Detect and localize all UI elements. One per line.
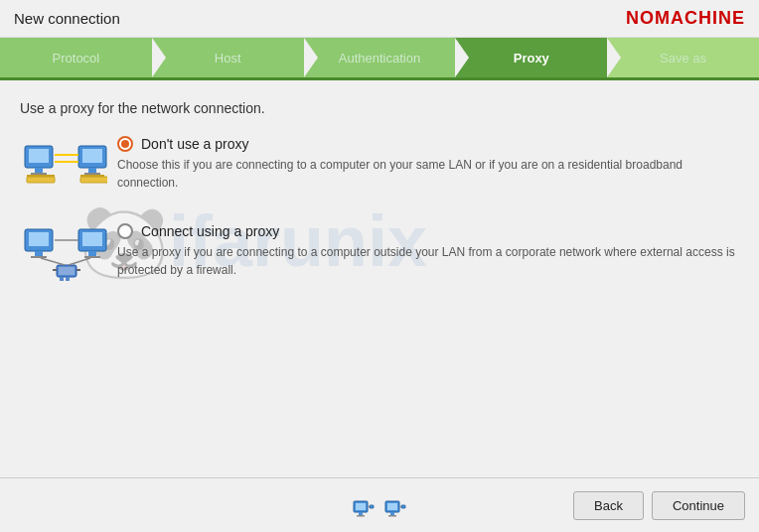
svg-rect-33	[359, 512, 363, 515]
bottom-icon-right	[384, 500, 406, 518]
main-content: 🐼ifarunix Use a proxy for the network co…	[0, 80, 759, 326]
svg-rect-2	[35, 168, 43, 173]
svg-rect-38	[387, 503, 397, 510]
use-proxy-content: Connect using a proxy Use a proxy if you…	[109, 223, 739, 279]
no-proxy-radio[interactable]	[117, 136, 133, 152]
svg-rect-21	[84, 256, 100, 258]
no-proxy-content: Don't use a proxy Choose this if you are…	[109, 136, 739, 192]
svg-rect-39	[390, 512, 394, 515]
svg-rect-41	[401, 505, 405, 508]
section-title: Use a proxy for the network connection.	[20, 100, 739, 116]
option-use-proxy: Connect using a proxy Use a proxy if you…	[20, 223, 739, 292]
svg-line-30	[69, 258, 90, 265]
title-bar: New connection NOMACHINE	[0, 0, 759, 38]
svg-rect-15	[29, 232, 49, 246]
no-proxy-desc: Choose this if you are connecting to a c…	[117, 156, 739, 192]
use-proxy-desc: Use a proxy if you are connecting to a c…	[117, 243, 739, 279]
no-proxy-icon	[20, 140, 109, 200]
svg-rect-26	[76, 269, 80, 271]
use-proxy-label: Connect using a proxy	[141, 223, 279, 239]
step-protocol[interactable]: Protocol	[0, 38, 152, 77]
svg-rect-9	[84, 173, 100, 175]
svg-rect-5	[27, 177, 55, 183]
svg-rect-20	[88, 251, 96, 256]
svg-rect-40	[388, 515, 396, 517]
no-proxy-label: Don't use a proxy	[141, 136, 249, 152]
back-button[interactable]: Back	[573, 491, 644, 520]
svg-rect-19	[82, 232, 102, 246]
svg-rect-34	[357, 515, 365, 517]
svg-line-29	[41, 258, 65, 265]
svg-rect-24	[59, 267, 75, 275]
option-no-proxy: Don't use a proxy Choose this if you are…	[20, 136, 739, 200]
svg-rect-32	[356, 503, 366, 510]
continue-button[interactable]: Continue	[652, 491, 745, 520]
svg-rect-17	[31, 256, 47, 258]
svg-rect-1	[29, 149, 49, 163]
svg-rect-28	[66, 277, 70, 281]
svg-rect-11	[80, 177, 107, 183]
wizard-steps: Protocol Host Authentication Proxy Save …	[0, 38, 759, 77]
step-authentication[interactable]: Authentication	[304, 38, 456, 77]
use-proxy-computers-svg	[23, 227, 107, 292]
no-proxy-computers-svg	[23, 140, 107, 200]
svg-rect-16	[35, 251, 43, 256]
step-saveas[interactable]: Save as	[607, 38, 759, 77]
bottom-icon-left	[353, 500, 375, 518]
svg-rect-8	[88, 168, 96, 173]
use-proxy-label-row[interactable]: Connect using a proxy	[117, 223, 739, 239]
svg-rect-25	[53, 269, 57, 271]
step-host[interactable]: Host	[152, 38, 304, 77]
use-proxy-radio[interactable]	[117, 223, 133, 239]
bottom-icons	[353, 500, 406, 518]
svg-rect-35	[370, 505, 374, 508]
svg-rect-3	[31, 173, 47, 175]
svg-rect-27	[60, 277, 64, 281]
nomachine-logo: NOMACHINE	[626, 8, 745, 29]
use-proxy-icon	[20, 227, 109, 292]
bottom-bar: Back Continue	[0, 477, 759, 532]
window-title: New connection	[14, 10, 120, 27]
step-proxy[interactable]: Proxy	[455, 38, 607, 77]
svg-rect-7	[82, 149, 102, 163]
no-proxy-label-row[interactable]: Don't use a proxy	[117, 136, 739, 152]
